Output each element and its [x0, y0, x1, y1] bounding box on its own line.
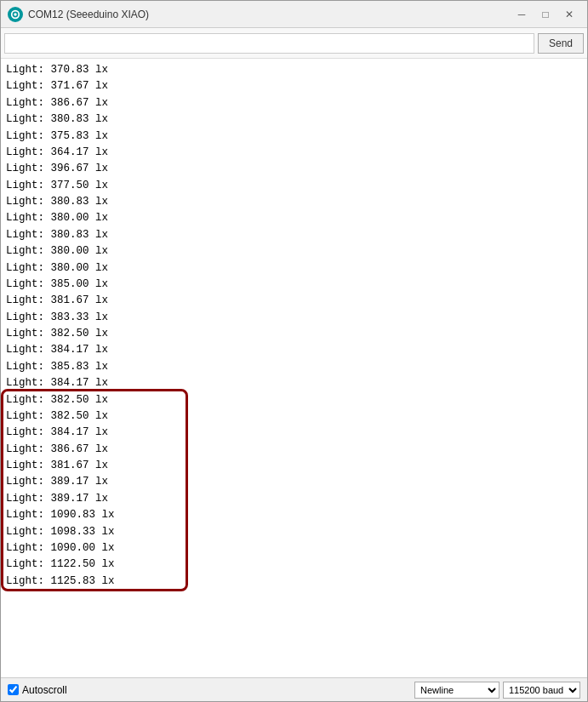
serial-line: Light: 1122.50 lx — [6, 556, 582, 573]
serial-content[interactable]: Light: 370.83 lxLight: 371.67 lxLight: 3… — [1, 59, 587, 677]
newline-select[interactable]: Newline No line ending Carriage return B… — [414, 682, 500, 699]
serial-line: Light: 380.83 lx — [6, 227, 582, 243]
serial-line: Light: 380.00 lx — [6, 260, 582, 277]
serial-line: Light: 1090.00 lx — [6, 540, 582, 556]
serial-line: Light: 384.17 lx — [6, 342, 582, 358]
serial-line: Light: 370.83 lx — [6, 62, 582, 78]
toolbar: Send — [1, 28, 587, 59]
serial-output: Light: 370.83 lxLight: 371.67 lxLight: 3… — [1, 59, 587, 677]
close-button[interactable]: ✕ — [558, 5, 580, 24]
serial-line: Light: 380.00 lx — [6, 243, 582, 260]
serial-line: Light: 382.50 lx — [6, 326, 582, 342]
title-bar-left: COM12 (Seeeduino XIAO) — [8, 7, 149, 22]
title-bar: COM12 (Seeeduino XIAO) ─ □ ✕ — [1, 1, 587, 28]
serial-line: Light: 389.17 lx — [6, 474, 582, 490]
window-title: COM12 (Seeeduino XIAO) — [28, 9, 149, 20]
autoscroll-checkbox[interactable] — [8, 684, 19, 695]
serial-line: Light: 380.83 lx — [6, 194, 582, 210]
serial-line: Light: 375.83 lx — [6, 128, 582, 145]
serial-line: Light: 1090.83 lx — [6, 507, 582, 523]
window-controls: ─ □ ✕ — [511, 5, 580, 24]
serial-line: Light: 382.50 lx — [6, 408, 582, 425]
serial-line: Light: 371.67 lx — [6, 78, 582, 94]
serial-line: Light: 385.00 lx — [6, 277, 582, 293]
serial-line: Light: 396.67 lx — [6, 161, 582, 177]
minimize-button[interactable]: ─ — [511, 5, 533, 24]
serial-line: Light: 1125.83 lx — [6, 574, 582, 590]
autoscroll-label[interactable]: Autoscroll — [22, 684, 67, 696]
serial-line: Light: 1098.33 lx — [6, 524, 582, 540]
serial-line: Light: 383.33 lx — [6, 310, 582, 326]
serial-line: Light: 384.17 lx — [6, 375, 582, 391]
status-right: Newline No line ending Carriage return B… — [414, 682, 580, 699]
serial-line: Light: 385.83 lx — [6, 359, 582, 375]
serial-line: Light: 382.50 lx — [6, 392, 582, 408]
serial-line: Light: 380.00 lx — [6, 210, 582, 226]
maximize-button[interactable]: □ — [534, 5, 557, 24]
send-button[interactable]: Send — [538, 33, 584, 54]
serial-line: Light: 377.50 lx — [6, 178, 582, 194]
serial-line: Light: 384.17 lx — [6, 425, 582, 441]
baud-select[interactable]: 115200 baud 9600 baud 57600 baud 19200 b… — [503, 682, 580, 699]
serial-line: Light: 389.17 lx — [6, 491, 582, 507]
autoscroll-control: Autoscroll — [8, 684, 67, 696]
serial-line: Light: 386.67 lx — [6, 442, 582, 458]
serial-line: Light: 381.67 lx — [6, 293, 582, 309]
status-bar: Autoscroll Newline No line ending Carria… — [1, 677, 587, 701]
serial-line: Light: 386.67 lx — [6, 95, 582, 111]
svg-point-1 — [14, 13, 16, 15]
serial-line: Light: 364.17 lx — [6, 145, 582, 161]
main-window: COM12 (Seeeduino XIAO) ─ □ ✕ Send Light:… — [0, 0, 588, 702]
serial-line: Light: 381.67 lx — [6, 458, 582, 474]
serial-input[interactable] — [4, 33, 534, 54]
serial-line: Light: 380.83 lx — [6, 111, 582, 128]
app-icon — [8, 7, 23, 22]
